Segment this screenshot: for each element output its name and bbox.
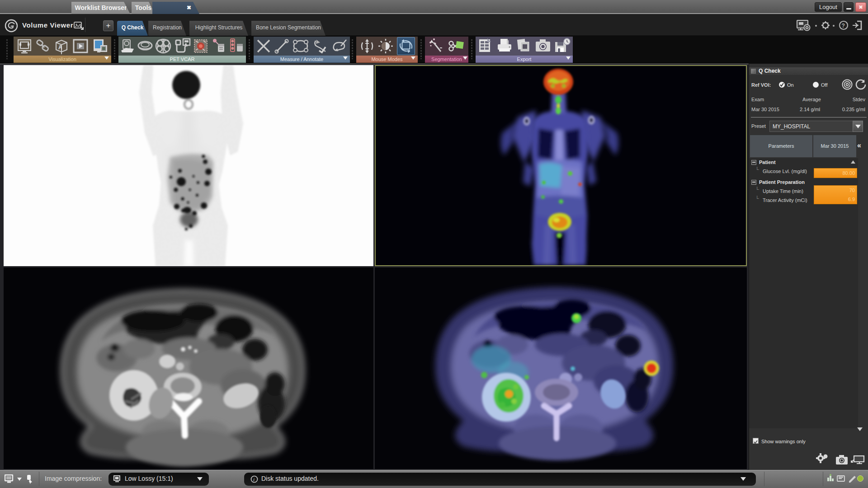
svg-text:A: A — [58, 44, 62, 51]
svg-text:?: ? — [842, 23, 845, 29]
svg-text:i: i — [253, 477, 255, 482]
